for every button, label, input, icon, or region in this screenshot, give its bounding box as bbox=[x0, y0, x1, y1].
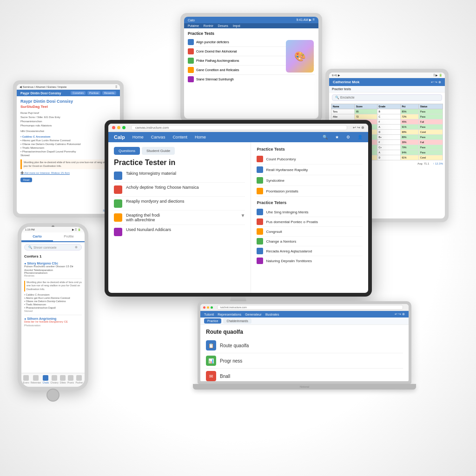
iphone-links: • Caldinc C Arconsiom • Aliomc get Run L… bbox=[24, 293, 82, 312]
tab-relennise[interactable]: Relennise bbox=[31, 375, 41, 384]
imac-right-item-10[interactable]: Naluring Depralin Tontitores bbox=[257, 256, 363, 265]
imac-item-3[interactable]: Reapliy mordyory and diections bbox=[114, 197, 245, 211]
macbook-base: Notional bbox=[193, 384, 416, 390]
iphone-screen: 1:15 PM ▶ ⠿ 🔋 Carto Profile 🔍 Shnorr con… bbox=[21, 227, 85, 387]
iphone-warning: Wuntling plon lbe re-clestord elide of f… bbox=[24, 281, 82, 291]
nav-content[interactable]: Content bbox=[172, 135, 187, 139]
tab-questions[interactable]: Questions bbox=[114, 147, 140, 155]
ipad-right-filter: Practier tests bbox=[329, 86, 445, 93]
ipad-top-image: 🎨 bbox=[286, 40, 314, 73]
iphone-home-btn[interactable] bbox=[46, 389, 60, 402]
list-item[interactable]: Siane Stennad Suintiungh bbox=[188, 75, 315, 84]
mb-item-3[interactable]: ✉ Bnall bbox=[206, 369, 403, 381]
tab-dileto[interactable]: Dileto bbox=[60, 375, 66, 384]
tab-chalic[interactable]: Chalic bbox=[42, 375, 49, 384]
macbook-lid: tutchnit.instructure.com Tutonit Represe… bbox=[198, 301, 411, 384]
iphone-tab-profile[interactable]: Profile bbox=[53, 232, 85, 241]
tab-choiory[interactable]: Choiory bbox=[51, 375, 59, 384]
imac-right-item-3[interactable]: Syndcotine bbox=[257, 175, 363, 186]
iphone-item-1[interactable]: ● Silory Morgono CSc Pulnon Rocholno ano… bbox=[24, 260, 82, 279]
imac-screen: canvas.instructure.com ↩ ↪ ⊕ Calp Home C… bbox=[108, 124, 368, 293]
macbook-brand-label: Notional bbox=[300, 385, 309, 388]
macbook: tutchnit.instructure.com Tutonit Represe… bbox=[198, 301, 411, 401]
iphone-content: Confors 1 ● Silory Morgono CSc Pulnon Ro… bbox=[21, 252, 85, 373]
user-icon[interactable]: 👤 bbox=[357, 135, 363, 139]
imac-brand: Calp bbox=[114, 134, 125, 140]
tab-pusher[interactable]: Pusher bbox=[75, 375, 83, 384]
imac-right-title2: Practice Teters bbox=[257, 200, 363, 205]
macbook-chrome: tutchnit.instructure.com bbox=[200, 304, 409, 311]
imac-tabs: Questions Student Guide bbox=[114, 147, 245, 155]
imac: canvas.instructure.com ↩ ↪ ⊕ Calp Home C… bbox=[105, 120, 372, 324]
iphone-bottom-tabs: Evoro Relennise Chalic Choiory Dileto bbox=[21, 373, 85, 387]
macbook-app-bar[interactable]: Tutonit Representations Generateur Illus… bbox=[200, 311, 409, 317]
imac-right-item-1[interactable]: Count Pubcontory bbox=[257, 154, 363, 165]
tab-pranic[interactable]: Pranic bbox=[67, 375, 74, 384]
mb-item-2[interactable]: 📊 Progr ness bbox=[206, 353, 403, 369]
item-icon bbox=[114, 228, 122, 236]
ipad-top: Cato 9:41 AM ▶ ⠿ Putaime Rontnir Desuns … bbox=[180, 13, 322, 122]
tab-student-guide[interactable]: Student Guide bbox=[142, 147, 175, 155]
search-icon[interactable]: 🔍 bbox=[323, 135, 328, 139]
item-icon bbox=[114, 199, 122, 208]
ipad-left-read-btn[interactable]: Read bbox=[20, 178, 32, 182]
imac-right-item-4[interactable]: Poontasion jorstails bbox=[257, 186, 363, 197]
item-icon bbox=[188, 67, 194, 73]
item-icon bbox=[114, 172, 122, 180]
imac-right-item-2[interactable]: Reall Hyofansee Rapolity bbox=[257, 165, 363, 175]
ipad-left-info: Wuntling plon lbe re-clestord elide of f… bbox=[20, 159, 116, 169]
ipad-right-statusbar: 9:41 ▶ ⠿ ▶ 🔋 bbox=[329, 73, 445, 78]
nav-canvas[interactable]: Canvas bbox=[151, 135, 165, 139]
imac-main-title: Practice Tester in bbox=[114, 159, 245, 167]
iphone-search[interactable]: 🔍 Shnorr conmoele ⊕ bbox=[24, 244, 82, 251]
nav-home[interactable]: Home bbox=[132, 135, 144, 139]
mb-item-1[interactable]: 📋 Route quaolfa bbox=[206, 338, 403, 353]
item-icon bbox=[114, 213, 122, 222]
ipad-left-title: Raypr Dintin Dosi Consisy bbox=[20, 99, 116, 104]
imac-right-title1: Practice Tests bbox=[257, 147, 363, 152]
imac-right-item-6[interactable]: Pus domential Pontec o Proatis bbox=[257, 217, 363, 227]
imac-item-4[interactable]: Deapting thel frodi with albrechtine ▼ bbox=[114, 211, 245, 225]
imac-body: Questions Student Guide Practice Tester … bbox=[108, 142, 368, 293]
imac-right-item-8[interactable]: Change a Nentors bbox=[257, 237, 363, 246]
imac-right-item-9[interactable]: Recada Anreg Aqlazsalarod bbox=[257, 246, 363, 256]
tab-chatderimmards[interactable]: Chatderinmards bbox=[223, 318, 251, 324]
imac-right-item-7[interactable]: Congrsuit bbox=[257, 227, 363, 237]
iphone-statusbar: 1:15 PM ▶ ⠿ 🔋 bbox=[21, 227, 85, 232]
item-icon bbox=[188, 39, 194, 45]
imac-monitor: canvas.instructure.com ↩ ↪ ⊕ Calp Home C… bbox=[105, 120, 372, 297]
ipad-left-statusbar: ◀ Sominus / Ahumet / Esines / Impste ⠿ bbox=[17, 84, 120, 90]
ipad-left-subtitle: SurStuDag Teel bbox=[20, 105, 116, 109]
tab-practice[interactable]: Practice bbox=[204, 318, 221, 324]
tab-evoro[interactable]: Evoro bbox=[23, 375, 29, 384]
iphone: 1:15 PM ▶ ⠿ 🔋 Carto Profile 🔍 Shnorr con… bbox=[18, 223, 88, 390]
macbook-title: Route quaolfa bbox=[206, 329, 403, 335]
gear-icon[interactable]: ⚙ bbox=[346, 135, 350, 139]
iphone-section2: ● Silhorn Angrioning Deta lier Inr foina… bbox=[24, 315, 82, 327]
imac-right-item-5[interactable]: Uhe Sing Imlinging Ments bbox=[257, 207, 363, 217]
item-icon bbox=[188, 48, 194, 54]
ipad-top-statusbar: Cato 9:41 AM ▶ ⠿ bbox=[184, 17, 318, 23]
ipad-left-link[interactable]: ➕ Ald more ior Interest- Rlobce 15.4cm bbox=[20, 171, 116, 174]
iphone-section-title: Confors 1 bbox=[24, 254, 82, 258]
macbook-screen: tutchnit.instructure.com Tutonit Represe… bbox=[200, 304, 409, 381]
scene: Cato 9:41 AM ▶ ⠿ Putaime Rontnir Desuns … bbox=[0, 0, 476, 476]
nav-home2[interactable]: Home bbox=[195, 135, 206, 139]
star-icon[interactable]: ★ bbox=[335, 135, 339, 139]
item-icon bbox=[114, 185, 122, 194]
iphone-tab-carto[interactable]: Carto bbox=[21, 232, 53, 241]
imac-item-2[interactable]: Acholy deptine Toting Choose Namsica bbox=[114, 183, 245, 197]
imac-chrome: canvas.instructure.com ↩ ↪ ⊕ bbox=[108, 124, 368, 132]
macbook-body: Route quaolfa 📋 Route quaolfa 📊 Progr ne… bbox=[200, 325, 409, 381]
imac-right-panel: Practice Tests Count Pubcontory Reall Hy… bbox=[251, 142, 368, 293]
iphone-header-tabs: Carto Profile bbox=[21, 232, 85, 242]
item-icon bbox=[188, 58, 194, 64]
imac-item-5[interactable]: Used Nunulard Addicars bbox=[114, 225, 245, 238]
ipad-right-search[interactable]: 🔍 Enciahcte bbox=[332, 94, 442, 101]
imac-item-1[interactable]: Taking Morregistry material bbox=[114, 169, 245, 183]
macbook-subnav: Practice Chatderinmards bbox=[200, 317, 409, 325]
imac-left-panel: Questions Student Guide Practice Tester … bbox=[108, 142, 251, 293]
item-icon bbox=[188, 76, 194, 82]
ipad-right-nav: Catherime Mok ↩ ↪ ⊕ bbox=[329, 78, 445, 86]
imac-app-bar[interactable]: Calp Home Canvas Content Home 🔍 ★ ⚙ 👤 bbox=[108, 132, 368, 142]
